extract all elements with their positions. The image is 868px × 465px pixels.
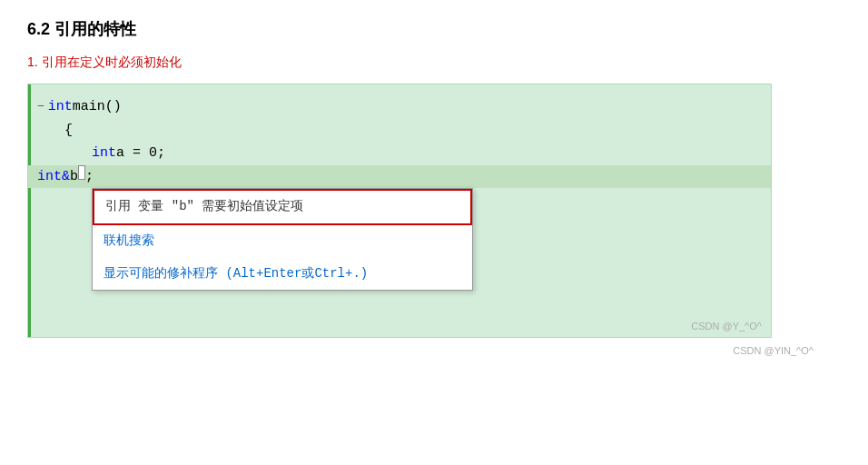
tooltip-link-search[interactable]: 联机搜索 xyxy=(93,225,472,258)
open-brace: { xyxy=(64,119,73,143)
cursor xyxy=(78,165,85,180)
code-block: − int main() { int a = 0; int& b ; int 💡… xyxy=(27,84,772,338)
footer-watermark: CSDN @YIN_^O^ xyxy=(27,345,841,356)
tooltip-link-fix[interactable]: 显示可能的修补程序 (Alt+Enter或Ctrl+.) xyxy=(93,258,472,291)
semicolon: ; xyxy=(85,165,94,189)
collapse-icon[interactable]: − xyxy=(37,97,44,117)
tooltip-popup: 引用 变量 "b" 需要初始值设定项 联机搜索 显示可能的修补程序 (Alt+E… xyxy=(92,188,473,291)
kw-int-ref: int& xyxy=(37,165,70,189)
code-watermark: CSDN @Y_^O^ xyxy=(691,321,762,331)
code-main-rest: main() xyxy=(73,95,122,119)
kw-int-main: int xyxy=(48,95,73,119)
code-line-1: − int main() xyxy=(37,95,762,119)
tooltip-header: 引用 变量 "b" 需要初始值设定项 xyxy=(93,189,472,225)
code-line-2: { xyxy=(37,119,762,143)
page-title: 6.2 引用的特性 xyxy=(27,18,841,40)
kw-int-a: int xyxy=(92,142,116,165)
code-a-rest: a = 0; xyxy=(116,142,165,165)
code-line-5: int 💡 ▼ 引用 变量 "b" 需要初始值设定项 联机搜索 显示可能的修补程… xyxy=(37,188,762,212)
list-item-1: 1. 引用在定义时必须初始化 xyxy=(27,54,841,71)
code-line-4: int& b ; xyxy=(28,165,771,189)
code-line-3: int a = 0; xyxy=(37,142,762,165)
code-b: b xyxy=(70,165,78,189)
line-bar xyxy=(28,84,31,337)
